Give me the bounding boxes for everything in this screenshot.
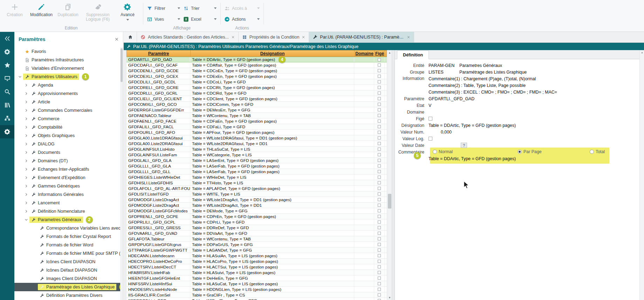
tree-item[interactable]: Parametres Généraux 2 — [14, 216, 120, 224]
rail-item[interactable] — [0, 45, 14, 59]
fige-checkbox[interactable] — [378, 142, 381, 145]
fige-checkbox[interactable] — [378, 97, 381, 100]
vues-button[interactable]: Vues — [145, 16, 182, 22]
tree-item[interactable]: Evènement d'Expédition — [14, 173, 120, 182]
valeur-log-checkbox[interactable] — [429, 137, 432, 141]
table-scrollbar[interactable]: ▲ ▼ — [387, 50, 392, 300]
table-row[interactable]: GFDCDAFLI._GFD_GCAF Table = CDAffair, Ty… — [126, 62, 387, 68]
table-row[interactable]: GFDPRENLI._GFD_GCPE Table = CDPrEn, Type… — [126, 214, 387, 219]
fige-checkbox[interactable] — [378, 80, 381, 83]
fige-checkbox[interactable] — [378, 170, 381, 173]
fige-checkbox[interactable] — [378, 277, 381, 280]
tree-item[interactable]: Informations Générales — [14, 190, 120, 199]
rail-item[interactable] — [0, 32, 14, 45]
tree-item[interactable]: Favoris — [14, 47, 120, 56]
rail-item[interactable] — [0, 98, 14, 112]
tree-item[interactable]: Formats de fichier MIME pour SMTP (M — [14, 249, 120, 258]
fige-checkbox[interactable] — [378, 265, 381, 268]
close-icon[interactable] — [407, 35, 410, 39]
avance-button[interactable]: Avancé — [114, 3, 141, 21]
creation-button[interactable]: Création — [1, 3, 28, 17]
fige-checkbox[interactable] — [378, 108, 381, 111]
table-row[interactable]: GFDHIEGES.ListeWfHieDet Table = WfHieDet… — [126, 175, 387, 180]
actions-button[interactable]: Actions — [223, 16, 261, 22]
document-tab[interactable]: Propriétés de la Condition — [239, 32, 309, 42]
fige-checkbox[interactable] — [378, 120, 381, 123]
tree-item[interactable]: Commandes Commerciales — [14, 106, 120, 115]
fige-checkbox[interactable] — [378, 282, 381, 285]
table-row[interactable]: HINFSSRV.ListeHInfSui Table = HLASuCat, … — [126, 281, 387, 287]
fige-checkbox[interactable] — [378, 271, 381, 274]
table-row[interactable]: GFDGLA00.Liste2DRAGfasui Table = WfListe… — [126, 141, 387, 146]
fige-checkbox[interactable] — [378, 220, 381, 224]
chevron-right-icon[interactable] — [24, 201, 28, 205]
table-row[interactable]: GFDGLLLI._GFD_GLL Table = LASerFab, Type… — [126, 169, 387, 175]
rail-item[interactable] — [0, 72, 14, 85]
table-row[interactable]: GFDARTLI._GFD_GAD Table = DDArtic, Type … — [126, 57, 387, 62]
table-row[interactable]: GTTPARGF.ListeGFGWFWGTT Table = LAGANDef… — [126, 247, 387, 253]
fige-checkbox[interactable] — [378, 131, 381, 134]
table-row[interactable]: GFDGLA00.Liste1DRAGfasui Table = WfListe… — [126, 135, 387, 141]
fige-checkbox[interactable] — [378, 176, 381, 179]
tab-definition[interactable]: Définition — [397, 50, 429, 59]
tree-item[interactable]: Icônes Client DIAPASON — [14, 258, 120, 266]
tree-expander[interactable] — [18, 67, 22, 70]
chevron-right-icon[interactable] — [24, 176, 28, 179]
tree-item[interactable]: Icônes Défaut DIAPASON — [14, 266, 120, 274]
table-row[interactable]: GFDVAARLI._GFD_GVAD Table = DDVaArt, Typ… — [126, 231, 387, 236]
chevron-right-icon[interactable] — [24, 134, 28, 137]
tree-item[interactable]: Formats de fichier Crystal Report — [14, 232, 120, 241]
table-row[interactable]: GFDCDLILI._GFD_GCDL Table = CDCoLi, Type… — [126, 79, 387, 85]
table-row[interactable]: HNODESRV.ListeHisNode Table = HDDNGLien,… — [126, 287, 387, 292]
fige-checkbox[interactable] — [378, 91, 381, 95]
chevron-right-icon[interactable] — [24, 193, 28, 196]
table-row[interactable]: GFDLAFOLI._GFD_AL-ART-FOU Table = APLAFD… — [126, 186, 387, 191]
table-row[interactable]: HDECANN.Listehdecann Table = HLASuiAn, T… — [126, 253, 387, 259]
tree-expander[interactable] — [33, 260, 37, 264]
tree-item[interactable]: Paramétrage des Listes Graphique 3 — [14, 283, 120, 291]
table-row[interactable]: GFDFOURLI._GFD_AFO Table = APFour, Type … — [126, 130, 387, 135]
fige-checkbox[interactable] — [378, 237, 381, 240]
tree-item[interactable]: Définition Nomenclature — [14, 207, 120, 216]
fige-checkbox[interactable] — [378, 69, 381, 72]
tree-item[interactable]: Paramètres Utilisateurs 1 — [14, 73, 120, 81]
fige-checkbox[interactable] — [378, 114, 381, 117]
table-row[interactable]: GFDGLALI._GFD_GLA Table = LASerEnt, Type… — [126, 158, 387, 163]
scroll-up-arrow[interactable]: ▲ — [387, 50, 392, 55]
fige-checkbox[interactable] — [378, 75, 381, 78]
fige-checkbox[interactable] — [378, 248, 381, 252]
home-tab[interactable] — [124, 32, 137, 42]
acces-a-button[interactable]: Accès à — [223, 6, 261, 11]
panel-splitter[interactable] — [392, 50, 395, 300]
table-row[interactable]: GFDGLAINFSUI.LisHisto Table = THLaSuCat,… — [126, 146, 387, 152]
fige-checkbox[interactable] — [378, 125, 381, 128]
fige-checkbox[interactable] — [378, 187, 381, 190]
tree-item[interactable]: Comptabilité — [14, 123, 120, 131]
fige-checkbox[interactable] — [429, 117, 432, 121]
caret-down-icon[interactable] — [177, 7, 180, 9]
modification-button[interactable]: Modification — [28, 3, 55, 17]
tree-expander[interactable] — [18, 58, 22, 62]
column-header-designation[interactable]: Désignation — [191, 50, 355, 56]
commentaire-mode-radio[interactable]: Par Page — [518, 149, 542, 154]
table-row[interactable]: HDECTSRV.ListeHDecCT Table = HLACTSui, T… — [126, 264, 387, 270]
valeur-num-value[interactable]: 0,000 — [429, 130, 452, 135]
table-row[interactable]: GFDMODGF.ListeGFGFcModes Table = DEMode,… — [126, 208, 387, 214]
tree-expander[interactable] — [33, 252, 37, 255]
caret-down-icon[interactable] — [214, 18, 217, 20]
chevron-right-icon[interactable] — [24, 100, 28, 104]
tree-item[interactable]: Approvisionnements — [14, 89, 120, 98]
scrollbar-thumb[interactable] — [388, 194, 391, 209]
table-row[interactable]: GFDPRLILI._GFD_GCPL Table = CDPrLi, Type… — [126, 219, 387, 225]
chevron-right-icon[interactable] — [24, 142, 28, 146]
chevron-right-icon[interactable] — [24, 83, 28, 87]
close-icon[interactable] — [231, 35, 235, 39]
fige-checkbox[interactable] — [378, 260, 381, 263]
table-row[interactable]: GFLAFOTA.Tableur Table = WfContenu, Type… — [126, 236, 387, 242]
fige-checkbox[interactable] — [378, 164, 381, 168]
fige-checkbox[interactable] — [378, 159, 381, 162]
fige-checkbox[interactable] — [378, 293, 381, 296]
chevron-right-icon[interactable] — [24, 117, 28, 121]
fige-checkbox[interactable] — [378, 254, 381, 257]
fige-checkbox[interactable] — [378, 198, 381, 201]
